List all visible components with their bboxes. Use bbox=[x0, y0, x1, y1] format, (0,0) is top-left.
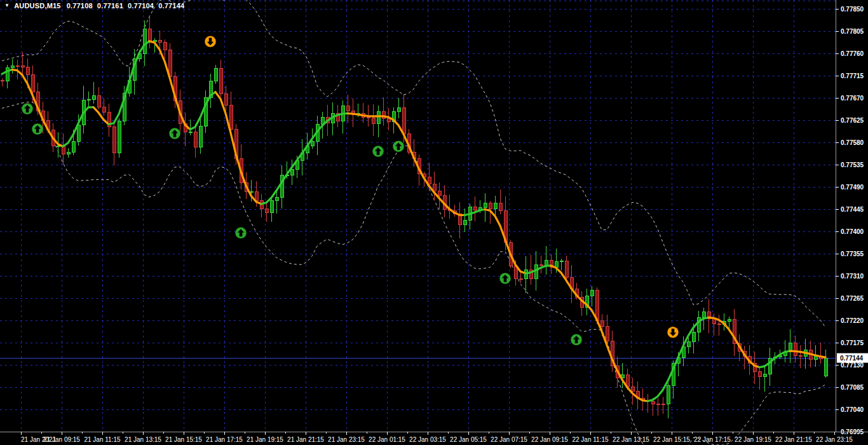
candle-body bbox=[31, 75, 34, 92]
price-axis[interactable]: 0.778500.778050.777600.777150.776700.776… bbox=[836, 0, 864, 435]
time-axis-label: 22 Jan 07:15 bbox=[491, 436, 527, 443]
time-axis-label: 21 Jan 23:15 bbox=[328, 436, 365, 443]
buy-signal-marker[interactable] bbox=[22, 103, 33, 114]
price-axis-label: 0.77580 bbox=[841, 139, 864, 146]
buy-signal-marker[interactable] bbox=[571, 334, 582, 345]
candle-body bbox=[814, 356, 817, 360]
candle-body bbox=[67, 153, 70, 154]
candle-body bbox=[346, 106, 349, 111]
candle-body bbox=[499, 203, 502, 211]
price-axis-label: 0.77490 bbox=[841, 184, 864, 191]
time-axis-label: 22 Jan 15:15 bbox=[653, 436, 690, 443]
candle-body bbox=[163, 42, 166, 50]
candle-body bbox=[102, 107, 105, 113]
price-axis-label: 0.77355 bbox=[841, 250, 864, 257]
trend-ma-line bbox=[2, 41, 825, 401]
mt4-chart-window: 0.778500.778050.777600.777150.776700.776… bbox=[0, 0, 868, 445]
candle-body bbox=[692, 332, 695, 341]
candle-body bbox=[367, 117, 370, 118]
candle-body bbox=[224, 94, 227, 106]
candle-body bbox=[377, 111, 380, 123]
candle-body bbox=[794, 343, 797, 356]
candle-body bbox=[758, 372, 761, 377]
time-axis-label: 22 Jan 01:15 bbox=[369, 436, 405, 443]
candle-body bbox=[311, 142, 314, 146]
candle-body bbox=[194, 132, 197, 147]
current-price-tag: 0.77144 bbox=[837, 353, 868, 363]
time-axis-label: 21 Jan 15:15 bbox=[165, 436, 202, 443]
time-axis-label: 21 Jan 19:15 bbox=[247, 436, 283, 443]
candle-body bbox=[26, 67, 29, 75]
candle-body bbox=[72, 141, 75, 153]
time-axis-label: 22 Jan 09:15 bbox=[531, 436, 568, 443]
price-axis-label: 0.77850 bbox=[841, 6, 864, 13]
current-price-value: 0.77144 bbox=[840, 355, 864, 362]
candle-body bbox=[494, 203, 497, 209]
candle-body bbox=[92, 95, 95, 99]
candle-body bbox=[382, 111, 385, 119]
price-axis-label: 0.77085 bbox=[841, 384, 864, 391]
candle-body bbox=[397, 107, 400, 111]
candle-body bbox=[189, 132, 192, 132]
candle-body bbox=[21, 66, 24, 67]
candle-body bbox=[153, 41, 156, 42]
candle-body bbox=[16, 66, 19, 67]
candlestick-chart[interactable]: 0.778500.778050.777600.777150.776700.776… bbox=[0, 0, 868, 445]
candle-body bbox=[717, 324, 721, 324]
candle-body bbox=[687, 341, 690, 346]
sell-signal-marker[interactable] bbox=[205, 36, 216, 47]
buy-signal-marker[interactable] bbox=[499, 273, 511, 284]
candle-body bbox=[275, 197, 278, 201]
time-axis-label: 22 Jan 05:15 bbox=[450, 436, 487, 443]
candle-body bbox=[545, 261, 548, 266]
candle-body bbox=[824, 358, 827, 376]
buy-signal-marker[interactable] bbox=[393, 140, 404, 152]
price-axis-label: 0.77715 bbox=[841, 72, 864, 79]
candle-body bbox=[57, 146, 60, 147]
candle-body bbox=[565, 261, 568, 278]
candle-body bbox=[763, 374, 766, 376]
candle-body bbox=[219, 68, 222, 94]
candle-body bbox=[229, 106, 233, 130]
sell-signal-marker[interactable] bbox=[667, 327, 679, 338]
price-axis-label: 0.77175 bbox=[841, 339, 864, 346]
dropdown-icon[interactable]: ▼ bbox=[4, 3, 10, 9]
time-axis[interactable]: 21 Jan 202121 Jan 09:1521 Jan 11:1521 Ja… bbox=[0, 432, 868, 443]
time-axis-label: 21 Jan 09:15 bbox=[43, 436, 80, 443]
candle-body bbox=[438, 191, 441, 196]
buy-signal-marker[interactable] bbox=[235, 227, 247, 238]
candle-body bbox=[519, 279, 522, 280]
candle-body bbox=[463, 220, 466, 224]
time-axis-label: 21 Jan 21:15 bbox=[287, 436, 324, 443]
buy-signal-marker[interactable] bbox=[169, 128, 180, 139]
price-axis-label: 0.77535 bbox=[841, 161, 864, 168]
price-axis-label: 0.77445 bbox=[841, 206, 864, 213]
candle-body bbox=[1, 81, 4, 81]
indicator-bands bbox=[2, 0, 825, 445]
price-axis-label: 0.77805 bbox=[841, 28, 864, 35]
time-axis-label: 22 Jan 11:15 bbox=[572, 436, 609, 443]
price-axis-label: 0.77040 bbox=[841, 406, 864, 413]
time-axis-label: 22 Jan 13:15 bbox=[613, 436, 649, 443]
candle-body bbox=[270, 201, 273, 212]
candle-body bbox=[651, 401, 654, 404]
buy-signal-marker[interactable] bbox=[32, 123, 43, 135]
candle-body bbox=[600, 321, 604, 327]
candle-body bbox=[265, 209, 268, 212]
buy-signal-marker[interactable] bbox=[372, 146, 384, 157]
candle-body bbox=[372, 118, 375, 123]
candle-body bbox=[560, 261, 563, 262]
candle-body bbox=[158, 41, 161, 43]
candle-body bbox=[118, 121, 121, 153]
price-axis-label: 0.77625 bbox=[841, 117, 864, 124]
price-axis-label: 0.77400 bbox=[841, 228, 864, 235]
candle-body bbox=[473, 207, 477, 210]
candle-body bbox=[97, 95, 100, 107]
time-axis-label: 21 Jan 11:15 bbox=[84, 436, 121, 443]
candle-body bbox=[402, 107, 405, 134]
candle-body bbox=[661, 404, 665, 405]
candle-body bbox=[112, 127, 116, 153]
time-axis-label: 22 Jan 23:15 bbox=[816, 436, 853, 443]
candle-body bbox=[702, 312, 705, 318]
candle-body bbox=[606, 327, 609, 341]
